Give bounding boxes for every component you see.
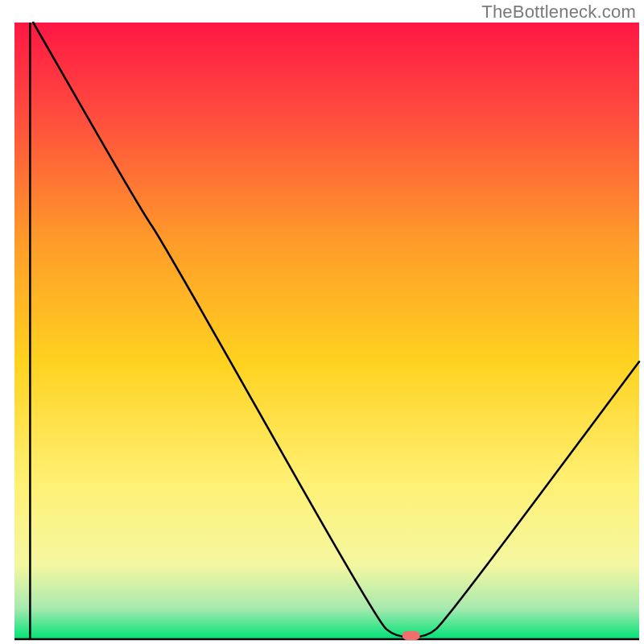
watermark-label: TheBottleneck.com [481, 2, 636, 23]
chart-container: TheBottleneck.com [0, 0, 644, 644]
bottleneck-chart [0, 0, 644, 644]
chart-background [14, 23, 639, 639]
marker-sweet-spot [402, 631, 420, 640]
